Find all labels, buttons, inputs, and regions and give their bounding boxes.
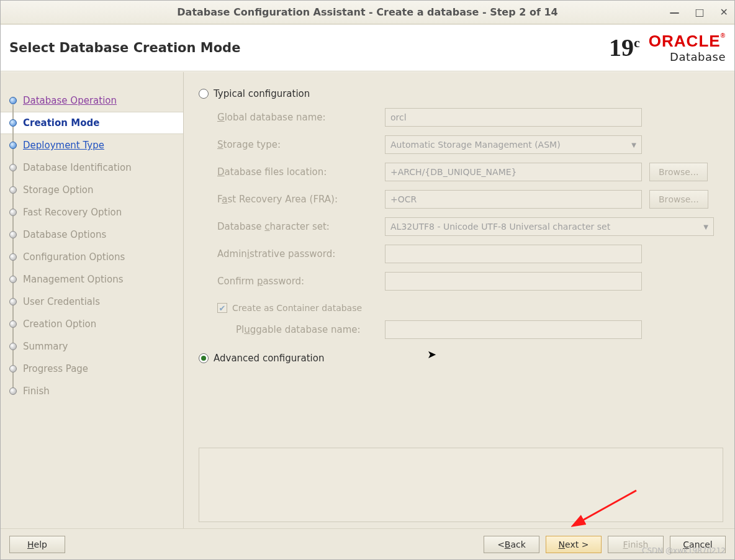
step-bullet-icon [9,186,17,194]
step-bullet-icon [9,231,17,238]
step-bullet-icon [9,343,17,350]
page-title: Select Database Creation Mode [9,40,240,55]
sidebar-item-management-options: Management Options [1,268,183,291]
checkbox-icon: ✔ [217,303,227,313]
minimize-icon[interactable]: — [669,6,679,18]
sidebar-item-deployment-type[interactable]: Deployment Type [1,134,183,156]
sidebar-item-creation-option: Creation Option [1,313,183,335]
step-bullet-icon [9,164,17,171]
sidebar-item-progress-page: Progress Page [1,358,183,380]
typical-label-text: ypical configuration [218,88,310,99]
fra-browse-button: Browse... [649,190,708,209]
step-bullet-icon [9,97,17,104]
oracle-logo: 19c ORACLE® Database [609,33,726,63]
sidebar-item-label: Database Options [23,229,106,240]
step-bullet-icon [9,387,17,395]
step-bullet-icon [9,119,17,127]
step-bullet-icon [9,298,17,305]
sidebar-item-fast-recovery-option: Fast Recovery Option [1,201,183,224]
sidebar-item-user-credentials: User Credentials [1,291,183,313]
sidebar-item-label: Database Identification [23,162,132,173]
chevron-down-icon: ▼ [631,142,636,148]
db-files-input: +ARCH/{DB_UNIQUE_NAME} [385,163,642,181]
sidebar-item-database-options: Database Options [1,224,183,246]
sidebar-item-database-operation[interactable]: Database Operation [1,89,183,112]
pluggable-label: Pluggable database name: [236,324,385,335]
back-button[interactable]: < Back [484,536,539,553]
step-bullet-icon [9,253,17,261]
sidebar-item-creation-mode[interactable]: Creation Mode [1,112,183,134]
sidebar-item-label: User Credentials [23,296,100,307]
step-bullet-icon [9,365,17,373]
db-files-label: Database files location: [217,166,385,178]
radio-icon [199,89,209,99]
chevron-down-icon: ▼ [703,224,708,230]
next-button[interactable]: Next > [546,536,602,553]
fra-input: +OCR [385,190,642,209]
sidebar-item-summary: Summary [1,335,183,358]
sidebar-item-label: Management Options [23,274,123,285]
sidebar-item-configuration-options: Configuration Options [1,246,183,268]
charset-label: Database character set: [217,221,385,232]
typical-config-radio[interactable]: Typical configuration [199,88,723,99]
sidebar-item-database-identification: Database Identification [1,156,183,179]
step-bullet-icon [9,142,17,149]
fra-label: Fast Recovery Area (FRA): [217,194,385,205]
step-bullet-icon [9,276,17,283]
sidebar-item-label: Configuration Options [23,251,125,263]
sidebar-item-label: Storage Option [23,184,94,196]
sidebar-item-label: Fast Recovery Option [23,207,122,218]
logo-version: 19 [609,34,634,61]
sidebar-item-storage-option: Storage Option [1,179,183,201]
storage-type-select: Automatic Storage Management (ASM) ▼ [385,135,642,154]
step-bullet-icon [9,209,17,216]
wizard-sidebar: Database OperationCreation ModeDeploymen… [1,72,184,528]
global-db-label: Global database name: [217,112,385,123]
maximize-icon[interactable]: □ [695,6,704,18]
confirm-pwd-input [385,272,642,291]
window-title: Database Configuration Assistant - Creat… [177,6,557,18]
logo-super: c [634,35,640,50]
watermark: CSDN @xwk19870212 [642,546,726,555]
sidebar-item-label: Creation Option [23,318,96,330]
sidebar-item-label: Progress Page [23,363,88,374]
logo-brand: ORACLE [649,32,721,50]
confirm-pwd-label: Confirm password: [217,276,385,287]
admin-pwd-input [385,245,642,263]
page-header: Select Database Creation Mode 19c ORACLE… [1,24,734,71]
admin-pwd-label: Administrative password: [217,248,385,260]
step-bullet-icon [9,320,17,328]
sidebar-item-label: Summary [23,341,68,352]
db-files-browse-button: Browse... [649,163,708,181]
window-titlebar: Database Configuration Assistant - Creat… [1,1,734,24]
advanced-config-radio[interactable]: Advanced configuration [199,353,723,364]
sidebar-item-label: Database Operation [23,95,117,106]
container-db-checkbox: ✔ Create as Container database [217,303,723,313]
pluggable-input [385,320,642,339]
help-button[interactable]: Help [9,536,65,553]
wizard-footer: Help < Back Next > Finish Cancel [1,528,734,559]
sidebar-item-label: Deployment Type [23,140,104,151]
storage-type-label: Storage type: [217,139,385,150]
global-db-input: orcl [385,108,642,127]
message-area [199,448,723,522]
logo-sub: Database [670,52,726,63]
sidebar-item-label: Finish [23,386,50,397]
sidebar-item-label: Creation Mode [23,117,99,129]
radio-icon [199,353,209,363]
charset-select: AL32UTF8 - Unicode UTF-8 Universal chara… [385,217,714,236]
close-icon[interactable]: ✕ [720,6,728,18]
content-panel: Typical configuration Global database na… [184,72,734,528]
sidebar-item-finish: Finish [1,380,183,402]
